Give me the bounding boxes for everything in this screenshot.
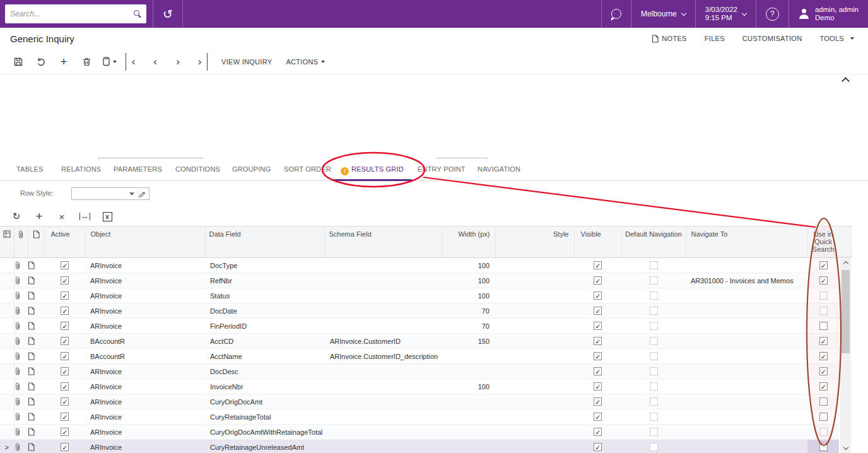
default-navigation-checkbox[interactable] — [650, 261, 658, 269]
quick-search-cell[interactable] — [807, 349, 839, 364]
column-header-data-field[interactable]: Data Field — [205, 226, 325, 258]
data-field-cell[interactable]: CuryOrigDocAmt — [205, 394, 325, 409]
width-cell[interactable] — [442, 394, 495, 409]
default-navigation-cell[interactable] — [621, 258, 686, 273]
style-cell[interactable] — [495, 440, 574, 453]
schema-field-cell[interactable] — [325, 379, 442, 394]
visible-checkbox[interactable] — [594, 428, 602, 436]
style-cell[interactable] — [495, 409, 574, 425]
default-navigation-cell[interactable] — [621, 334, 686, 349]
row-style-input[interactable] — [75, 190, 129, 197]
width-cell[interactable]: 150 — [442, 334, 495, 349]
table-row[interactable]: ARInvoiceDocDesc — [0, 364, 839, 379]
default-navigation-cell[interactable] — [621, 273, 686, 288]
visible-cell[interactable] — [574, 364, 621, 379]
tab-conditions[interactable]: CONDITIONS — [175, 159, 220, 181]
schema-field-cell[interactable]: ARInvoice.CustomerID_description — [325, 349, 442, 364]
row-selector[interactable] — [0, 425, 14, 440]
quick-search-cell[interactable] — [807, 425, 839, 440]
visible-checkbox[interactable] — [594, 382, 602, 391]
note-cell[interactable] — [28, 334, 44, 349]
quick-search-cell[interactable] — [807, 364, 839, 379]
object-cell[interactable]: ARInvoice — [85, 364, 205, 379]
go-previous-button[interactable]: ‹ — [148, 53, 162, 71]
column-header-width[interactable]: Width (px) — [442, 226, 495, 258]
attachment-cell[interactable] — [14, 288, 28, 303]
column-header-default-navigation[interactable]: Default Navigation — [621, 226, 686, 258]
attachment-cell[interactable] — [14, 258, 28, 273]
visible-checkbox[interactable] — [594, 337, 602, 345]
active-checkbox[interactable] — [61, 443, 69, 451]
table-row[interactable]: ARInvoiceDocType100 — [0, 258, 839, 273]
pencil-icon[interactable] — [138, 190, 146, 197]
quick-search-cell[interactable] — [807, 440, 839, 453]
default-navigation-checkbox[interactable] — [650, 337, 658, 345]
object-cell[interactable]: ARInvoice — [85, 258, 205, 273]
attachment-cell[interactable] — [14, 364, 28, 379]
default-navigation-checkbox[interactable] — [650, 322, 658, 330]
width-cell[interactable] — [442, 349, 495, 364]
search-input[interactable] — [10, 9, 134, 18]
visible-cell[interactable] — [574, 319, 621, 334]
visible-checkbox[interactable] — [594, 322, 602, 330]
quick-search-checkbox[interactable] — [819, 397, 828, 406]
branch-selector[interactable]: Melbourne — [631, 0, 695, 28]
quick-search-checkbox[interactable] — [819, 367, 828, 375]
quick-search-checkbox[interactable] — [819, 337, 828, 345]
active-checkbox[interactable] — [61, 307, 69, 315]
quick-search-cell[interactable] — [807, 334, 839, 349]
style-cell[interactable] — [495, 303, 574, 319]
navigate-to-cell[interactable] — [686, 334, 807, 349]
active-checkbox[interactable] — [61, 261, 69, 269]
table-row[interactable]: ARInvoiceCuryOrigDocAmt — [0, 394, 839, 409]
data-field-cell[interactable]: DocDate — [205, 303, 325, 319]
active-cell[interactable] — [44, 303, 85, 319]
active-cell[interactable] — [44, 273, 85, 288]
attachment-cell[interactable] — [14, 319, 28, 334]
visible-checkbox[interactable] — [594, 367, 602, 375]
table-row[interactable]: ARInvoiceRefNbr100AR301000 - Invoices an… — [0, 273, 839, 288]
tab-navigation[interactable]: NAVIGATION — [478, 159, 520, 181]
object-cell[interactable]: ARInvoice — [85, 379, 205, 394]
table-row[interactable]: ARInvoiceDocDate70 — [0, 303, 839, 319]
active-checkbox[interactable] — [61, 352, 69, 360]
grid-vertical-scrollbar[interactable] — [840, 257, 851, 453]
active-checkbox[interactable] — [61, 291, 69, 300]
tab-tables[interactable]: TABLES — [16, 159, 44, 181]
tab-grouping[interactable]: GROUPING — [232, 159, 271, 181]
go-next-button[interactable]: › — [171, 53, 185, 71]
navigate-to-cell[interactable] — [686, 258, 807, 273]
visible-checkbox[interactable] — [594, 261, 602, 269]
tab-results-grid[interactable]: !RESULTS GRID — [332, 159, 412, 181]
note-cell[interactable] — [28, 440, 44, 453]
tab-relations[interactable]: RELATIONS — [61, 159, 101, 181]
active-cell[interactable] — [44, 319, 85, 334]
default-navigation-cell[interactable] — [621, 425, 686, 440]
active-checkbox[interactable] — [61, 276, 69, 285]
tab-entry-point[interactable]: ENTRY POINT — [418, 159, 466, 181]
note-cell[interactable] — [28, 288, 44, 303]
active-checkbox[interactable] — [61, 397, 69, 406]
table-row[interactable]: >ARInvoiceCuryRetainageUnreleasedAmt — [0, 440, 839, 453]
data-field-cell[interactable]: RefNbr — [205, 273, 325, 288]
active-checkbox[interactable] — [61, 428, 69, 436]
object-cell[interactable]: ARInvoice — [85, 288, 205, 303]
attachment-cell[interactable] — [14, 425, 28, 440]
attachment-cell[interactable] — [14, 394, 28, 409]
table-row[interactable]: ARInvoiceInvoiceNbr100 — [0, 379, 839, 394]
row-selector[interactable] — [0, 319, 14, 334]
schema-field-cell[interactable] — [325, 409, 442, 425]
default-navigation-cell[interactable] — [621, 319, 686, 334]
note-cell[interactable] — [28, 409, 44, 425]
navigate-to-cell[interactable] — [686, 440, 807, 453]
style-cell[interactable] — [495, 273, 574, 288]
schema-field-cell[interactable] — [325, 364, 442, 379]
schema-field-cell[interactable] — [325, 425, 442, 440]
active-checkbox[interactable] — [61, 337, 69, 345]
default-navigation-checkbox[interactable] — [650, 291, 658, 300]
style-cell[interactable] — [495, 394, 574, 409]
default-navigation-checkbox[interactable] — [650, 382, 658, 391]
attachment-cell[interactable] — [14, 440, 28, 453]
data-field-cell[interactable]: AcctCD — [205, 334, 325, 349]
default-navigation-checkbox[interactable] — [650, 397, 658, 406]
